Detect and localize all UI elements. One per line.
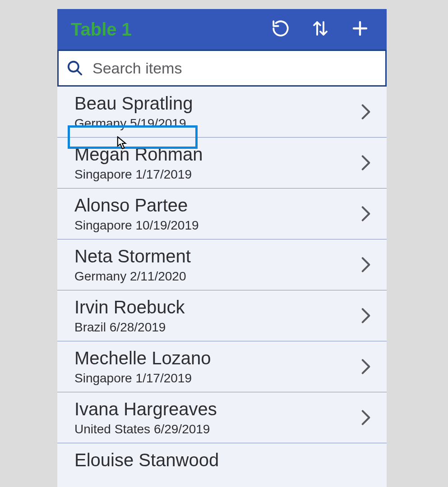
list-item-content: Alonso Partee Singapore 10/19/2019 [74,195,359,233]
list-item-detail: Singapore 1/17/2019 [74,371,359,386]
page-title: Table 1 [71,19,270,40]
chevron-right-icon [359,153,373,172]
list-item[interactable]: Elouise Stanwood [57,443,387,475]
list-item-detail: Germany 5/19/2019 [74,116,359,131]
list-item[interactable]: Irvin Roebuck Brazil 6/28/2019 [57,290,387,341]
list-item-name: Beau Spratling [74,93,359,114]
chevron-right-icon [359,306,373,325]
sort-icon [311,19,330,40]
search-icon [65,59,84,78]
item-list: Beau Spratling Germany 5/19/2019 Megan R… [57,87,387,487]
add-button[interactable] [349,18,371,40]
list-item-content: Elouise Stanwood [74,450,378,473]
list-item-name: Megan Rohman [74,144,359,165]
list-item[interactable]: Ivana Hargreaves United States 6/29/2019 [57,392,387,443]
chevron-right-icon [359,255,373,274]
list-item-content: Megan Rohman Singapore 1/17/2019 [74,144,359,182]
refresh-icon [271,19,290,40]
sort-button[interactable] [309,18,331,40]
search-input[interactable] [92,60,379,77]
list-item-content: Ivana Hargreaves United States 6/29/2019 [74,399,359,436]
search-bar[interactable] [57,50,387,87]
list-item-content: Irvin Roebuck Brazil 6/28/2019 [74,297,359,335]
list-item-detail: Singapore 10/19/2019 [74,218,359,233]
list-item[interactable]: Megan Rohman Singapore 1/17/2019 [57,138,387,188]
header-bar: Table 1 [57,9,387,50]
list-item[interactable]: Beau Spratling Germany 5/19/2019 [57,87,387,138]
chevron-right-icon [359,357,373,376]
list-item-content: Beau Spratling Germany 5/19/2019 [74,93,359,131]
plus-icon [351,19,369,40]
list-item-detail: United States 6/29/2019 [74,422,359,436]
chevron-right-icon [359,102,373,121]
list-item-name: Mechelle Lozano [74,348,359,368]
chevron-right-icon [359,408,373,427]
list-item-name: Neta Storment [74,246,359,266]
list-item-name: Irvin Roebuck [74,297,359,317]
list-item-content: Neta Storment Germany 2/11/2020 [74,246,359,284]
list-item[interactable]: Neta Storment Germany 2/11/2020 [57,239,387,290]
list-item-detail: Brazil 6/28/2019 [74,320,359,335]
refresh-button[interactable] [270,18,291,40]
chevron-right-icon [359,204,373,223]
list-item-content: Mechelle Lozano Singapore 1/17/2019 [74,348,359,386]
list-item-name: Alonso Partee [74,195,359,216]
list-item-name: Elouise Stanwood [74,450,378,470]
app-container: Table 1 [57,9,387,487]
list-item-detail: Germany 2/11/2020 [74,269,359,284]
list-item-name: Ivana Hargreaves [74,399,359,419]
list-item[interactable]: Mechelle Lozano Singapore 1/17/2019 [57,341,387,392]
header-actions [270,18,378,40]
list-item[interactable]: Alonso Partee Singapore 10/19/2019 [57,188,387,239]
list-item-detail: Singapore 1/17/2019 [74,167,359,182]
